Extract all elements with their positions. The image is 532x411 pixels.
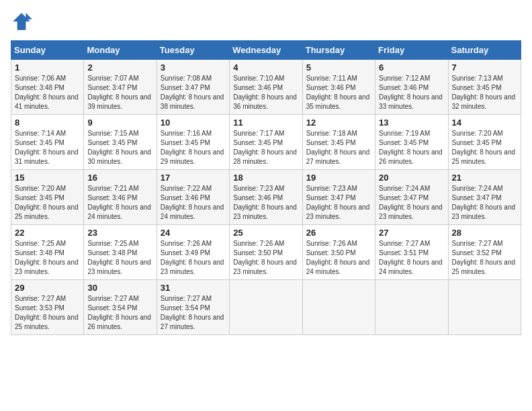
day-info: Sunrise: 7:27 AM Sunset: 3:53 PM Dayligh…: [15, 294, 80, 332]
day-cell: 13 Sunrise: 7:19 AM Sunset: 3:45 PM Dayl…: [375, 115, 448, 170]
col-header-saturday: Saturday: [448, 41, 521, 60]
week-row-4: 22 Sunrise: 7:25 AM Sunset: 3:48 PM Dayl…: [11, 225, 521, 280]
day-info: Sunrise: 7:10 AM Sunset: 3:46 PM Dayligh…: [233, 74, 298, 111]
day-number: 22: [15, 228, 80, 238]
day-cell: 5 Sunrise: 7:11 AM Sunset: 3:46 PM Dayli…: [302, 60, 375, 115]
week-row-2: 8 Sunrise: 7:14 AM Sunset: 3:45 PM Dayli…: [11, 115, 521, 170]
page-header: [11, 11, 521, 32]
day-cell: 21 Sunrise: 7:24 AM Sunset: 3:47 PM Dayl…: [448, 170, 521, 225]
day-number: 6: [379, 62, 444, 73]
day-cell: 16 Sunrise: 7:21 AM Sunset: 3:46 PM Dayl…: [84, 170, 157, 225]
day-cell: [375, 280, 448, 335]
day-cell: 4 Sunrise: 7:10 AM Sunset: 3:46 PM Dayli…: [230, 60, 302, 115]
col-header-friday: Friday: [375, 41, 448, 60]
day-info: Sunrise: 7:20 AM Sunset: 3:45 PM Dayligh…: [15, 184, 80, 222]
day-cell: 1 Sunrise: 7:06 AM Sunset: 3:48 PM Dayli…: [11, 60, 84, 115]
day-number: 11: [233, 118, 298, 128]
day-number: 16: [87, 173, 152, 183]
col-header-thursday: Thursday: [302, 41, 375, 60]
col-header-wednesday: Wednesday: [230, 41, 302, 60]
day-cell: 3 Sunrise: 7:08 AM Sunset: 3:47 PM Dayli…: [157, 60, 229, 115]
day-cell: [230, 280, 302, 335]
day-info: Sunrise: 7:27 AM Sunset: 3:51 PM Dayligh…: [379, 239, 444, 277]
day-cell: 11 Sunrise: 7:17 AM Sunset: 3:45 PM Dayl…: [230, 115, 302, 170]
day-info: Sunrise: 7:26 AM Sunset: 3:50 PM Dayligh…: [306, 239, 371, 277]
day-cell: 31 Sunrise: 7:27 AM Sunset: 3:54 PM Dayl…: [157, 280, 229, 335]
logo-icon: [11, 11, 32, 32]
day-number: 25: [233, 228, 298, 238]
day-info: Sunrise: 7:11 AM Sunset: 3:46 PM Dayligh…: [306, 74, 371, 111]
day-info: Sunrise: 7:06 AM Sunset: 3:48 PM Dayligh…: [15, 74, 80, 111]
day-info: Sunrise: 7:13 AM Sunset: 3:45 PM Dayligh…: [452, 74, 517, 111]
day-info: Sunrise: 7:21 AM Sunset: 3:46 PM Dayligh…: [87, 184, 152, 222]
day-number: 2: [87, 62, 152, 73]
day-cell: 30 Sunrise: 7:27 AM Sunset: 3:54 PM Dayl…: [84, 280, 157, 335]
day-cell: 26 Sunrise: 7:26 AM Sunset: 3:50 PM Dayl…: [302, 225, 375, 280]
day-number: 5: [306, 62, 371, 73]
day-cell: 6 Sunrise: 7:12 AM Sunset: 3:46 PM Dayli…: [375, 60, 448, 115]
day-info: Sunrise: 7:24 AM Sunset: 3:47 PM Dayligh…: [379, 184, 444, 222]
day-cell: 8 Sunrise: 7:14 AM Sunset: 3:45 PM Dayli…: [11, 115, 84, 170]
day-cell: 15 Sunrise: 7:20 AM Sunset: 3:45 PM Dayl…: [11, 170, 84, 225]
day-info: Sunrise: 7:26 AM Sunset: 3:50 PM Dayligh…: [233, 239, 298, 277]
day-number: 7: [452, 62, 517, 73]
week-row-3: 15 Sunrise: 7:20 AM Sunset: 3:45 PM Dayl…: [11, 170, 521, 225]
day-number: 26: [306, 228, 371, 238]
day-cell: 7 Sunrise: 7:13 AM Sunset: 3:45 PM Dayli…: [448, 60, 521, 115]
day-info: Sunrise: 7:18 AM Sunset: 3:45 PM Dayligh…: [306, 129, 371, 167]
col-header-monday: Monday: [84, 41, 157, 60]
day-info: Sunrise: 7:27 AM Sunset: 3:54 PM Dayligh…: [87, 294, 152, 332]
day-info: Sunrise: 7:19 AM Sunset: 3:45 PM Dayligh…: [379, 129, 444, 167]
day-number: 12: [306, 118, 371, 128]
day-info: Sunrise: 7:26 AM Sunset: 3:49 PM Dayligh…: [161, 239, 226, 277]
svg-marker-1: [26, 13, 32, 19]
day-cell: [302, 280, 375, 335]
day-info: Sunrise: 7:22 AM Sunset: 3:46 PM Dayligh…: [161, 184, 226, 222]
day-info: Sunrise: 7:17 AM Sunset: 3:45 PM Dayligh…: [233, 129, 298, 167]
day-number: 31: [161, 283, 226, 293]
day-number: 29: [15, 283, 80, 293]
day-cell: 12 Sunrise: 7:18 AM Sunset: 3:45 PM Dayl…: [302, 115, 375, 170]
day-info: Sunrise: 7:25 AM Sunset: 3:48 PM Dayligh…: [87, 239, 152, 277]
day-info: Sunrise: 7:07 AM Sunset: 3:47 PM Dayligh…: [87, 74, 152, 111]
day-cell: 14 Sunrise: 7:20 AM Sunset: 3:45 PM Dayl…: [448, 115, 521, 170]
logo: [11, 11, 35, 32]
day-number: 28: [452, 228, 517, 238]
day-cell: 10 Sunrise: 7:16 AM Sunset: 3:45 PM Dayl…: [157, 115, 229, 170]
day-number: 21: [452, 173, 517, 183]
day-cell: 27 Sunrise: 7:27 AM Sunset: 3:51 PM Dayl…: [375, 225, 448, 280]
day-number: 17: [161, 173, 226, 183]
day-number: 18: [233, 173, 298, 183]
day-info: Sunrise: 7:27 AM Sunset: 3:52 PM Dayligh…: [452, 239, 517, 277]
week-row-5: 29 Sunrise: 7:27 AM Sunset: 3:53 PM Dayl…: [11, 280, 521, 335]
day-info: Sunrise: 7:20 AM Sunset: 3:45 PM Dayligh…: [452, 129, 517, 167]
day-info: Sunrise: 7:15 AM Sunset: 3:45 PM Dayligh…: [87, 129, 152, 167]
day-cell: 28 Sunrise: 7:27 AM Sunset: 3:52 PM Dayl…: [448, 225, 521, 280]
header-row: SundayMondayTuesdayWednesdayThursdayFrid…: [11, 41, 521, 60]
day-cell: 9 Sunrise: 7:15 AM Sunset: 3:45 PM Dayli…: [84, 115, 157, 170]
day-number: 14: [452, 118, 517, 128]
day-info: Sunrise: 7:08 AM Sunset: 3:47 PM Dayligh…: [161, 74, 226, 111]
day-number: 9: [87, 118, 152, 128]
day-info: Sunrise: 7:25 AM Sunset: 3:48 PM Dayligh…: [15, 239, 80, 277]
day-number: 13: [379, 118, 444, 128]
day-info: Sunrise: 7:24 AM Sunset: 3:47 PM Dayligh…: [452, 184, 517, 222]
day-number: 10: [161, 118, 226, 128]
day-cell: 23 Sunrise: 7:25 AM Sunset: 3:48 PM Dayl…: [84, 225, 157, 280]
day-number: 19: [306, 173, 371, 183]
day-cell: 22 Sunrise: 7:25 AM Sunset: 3:48 PM Dayl…: [11, 225, 84, 280]
day-info: Sunrise: 7:16 AM Sunset: 3:45 PM Dayligh…: [161, 129, 226, 167]
day-cell: 19 Sunrise: 7:23 AM Sunset: 3:47 PM Dayl…: [302, 170, 375, 225]
day-number: 8: [15, 118, 80, 128]
day-info: Sunrise: 7:12 AM Sunset: 3:46 PM Dayligh…: [379, 74, 444, 111]
week-row-1: 1 Sunrise: 7:06 AM Sunset: 3:48 PM Dayli…: [11, 60, 521, 115]
day-cell: 17 Sunrise: 7:22 AM Sunset: 3:46 PM Dayl…: [157, 170, 229, 225]
day-cell: 18 Sunrise: 7:23 AM Sunset: 3:46 PM Dayl…: [230, 170, 302, 225]
day-cell: 25 Sunrise: 7:26 AM Sunset: 3:50 PM Dayl…: [230, 225, 302, 280]
day-cell: 20 Sunrise: 7:24 AM Sunset: 3:47 PM Dayl…: [375, 170, 448, 225]
day-cell: 29 Sunrise: 7:27 AM Sunset: 3:53 PM Dayl…: [11, 280, 84, 335]
calendar-table: SundayMondayTuesdayWednesdayThursdayFrid…: [11, 40, 521, 335]
day-info: Sunrise: 7:23 AM Sunset: 3:46 PM Dayligh…: [233, 184, 298, 222]
day-number: 27: [379, 228, 444, 238]
day-number: 30: [87, 283, 152, 293]
